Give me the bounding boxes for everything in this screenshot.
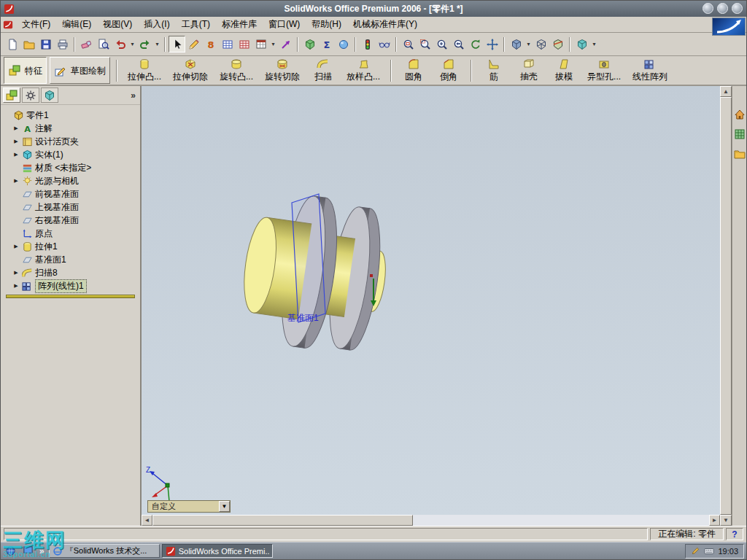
standard-views-dropdown-icon[interactable]: ▾ (590, 41, 598, 47)
revolved-boss-button[interactable]: 旋转凸... (215, 57, 258, 84)
hole-wizard-button[interactable]: 异型孔... (583, 57, 625, 84)
menu-item-9[interactable]: 机械标准件库(Y) (347, 16, 423, 33)
bom-table-button[interactable] (252, 36, 269, 52)
taskpane-tab-file-explorer[interactable] (733, 147, 746, 160)
scroll-left-icon[interactable]: ◄ (142, 515, 152, 526)
expand-arrow-icon[interactable]: ▶ (12, 244, 20, 249)
design-table-button[interactable] (236, 36, 252, 52)
view-orientation-button[interactable] (376, 36, 392, 52)
fillet-button[interactable]: 圆角 (398, 57, 430, 84)
extruded-boss-button[interactable]: 拉伸凸... (123, 57, 166, 84)
tree-item[interactable]: 原点 (2, 227, 139, 240)
expand-arrow-icon[interactable]: ▶ (12, 178, 20, 184)
rib-button[interactable]: 筋 (478, 57, 510, 84)
tree-item[interactable]: ▶光源与相机 (2, 174, 139, 187)
shell-button[interactable]: 抽壳 (513, 57, 545, 84)
equations-button[interactable]: Σ (318, 36, 335, 52)
loft-button[interactable]: 放样凸... (342, 57, 384, 84)
vscroll-thumb[interactable] (720, 97, 732, 515)
rotate-view-button[interactable] (467, 36, 484, 52)
tree-item[interactable]: ▶拉伸1 (2, 240, 139, 253)
tree-item[interactable]: 上视基准面 (2, 201, 139, 214)
zoom-previous-button[interactable] (450, 36, 467, 52)
expand-arrow-icon[interactable]: ▶ (12, 139, 20, 144)
bom-table-dropdown-icon[interactable]: ▾ (269, 41, 277, 47)
expand-arrow-icon[interactable]: ▶ (12, 270, 20, 276)
zoom-fit-button[interactable] (400, 36, 417, 52)
rollback-bar[interactable] (6, 295, 135, 298)
menu-item-8[interactable]: 帮助(H) (306, 16, 347, 33)
menu-item-6[interactable]: 标准件库 (216, 16, 263, 33)
menu-item-1[interactable]: 文件(F) (16, 16, 56, 33)
horizontal-scrollbar[interactable]: ◄ ► (141, 515, 720, 526)
extruded-cut-button[interactable]: 拉伸切除 (169, 57, 212, 84)
menu-item-5[interactable]: 工具(T) (176, 16, 216, 33)
menu-item-3[interactable]: 视图(V) (97, 16, 138, 33)
section-view-button[interactable] (549, 36, 566, 52)
smart-dimension-button[interactable]: 8 (202, 36, 219, 52)
tree-item[interactable]: ▶阵列(线性)1 (2, 279, 139, 292)
shaded-display-button[interactable] (508, 36, 525, 52)
scroll-up-icon[interactable]: ▲ (720, 86, 732, 97)
tab-property-manager[interactable] (22, 88, 39, 103)
grid-button[interactable] (219, 36, 236, 52)
curvature-button[interactable] (335, 36, 352, 52)
shaded-display-dropdown-icon[interactable]: ▾ (525, 41, 533, 47)
hscroll-thumb[interactable] (152, 515, 413, 526)
tree-item[interactable]: 基准面1 (2, 253, 139, 266)
print-button[interactable] (54, 36, 71, 52)
linear-pattern-button[interactable]: 线性阵列 (628, 57, 672, 84)
tree-item[interactable]: 材质 <未指定> (2, 161, 139, 174)
zoom-area-button[interactable] (417, 36, 433, 52)
expand-arrow-icon[interactable]: ▶ (12, 152, 20, 158)
expand-arrow-icon[interactable]: ▶ (12, 283, 20, 289)
standard-views-button[interactable] (573, 36, 590, 52)
menu-item-2[interactable]: 编辑(E) (56, 16, 97, 33)
scroll-down-icon[interactable]: ▼ (720, 515, 732, 526)
taskpane-tab-design-library[interactable] (733, 128, 746, 141)
undo-dropdown-icon[interactable]: ▾ (128, 41, 136, 47)
scroll-right-icon[interactable]: ► (709, 515, 720, 526)
undo-button[interactable] (112, 36, 128, 52)
minimize-button[interactable] (703, 3, 713, 14)
menu-item-7[interactable]: 窗口(W) (263, 16, 306, 33)
close-button[interactable] (732, 3, 743, 14)
expand-arrow-icon[interactable]: ▶ (12, 125, 20, 131)
redo-button[interactable] (136, 36, 153, 52)
taskbar-task-2[interactable]: SolidWorks Office Premi... (162, 544, 273, 558)
rebuild-button[interactable] (359, 36, 376, 52)
instant-3d-button[interactable] (277, 36, 294, 52)
draft-button[interactable]: 拔模 (548, 57, 580, 84)
quick-launch-desktop-icon[interactable] (20, 544, 35, 559)
redo-dropdown-icon[interactable]: ▾ (153, 41, 161, 47)
wireframe-display-button[interactable] (533, 36, 549, 52)
help-button[interactable]: ? (726, 528, 743, 540)
tray-keyboard-icon[interactable] (704, 546, 714, 556)
tree-item[interactable]: ▶实体(1) (2, 148, 139, 161)
tab-feature-manager[interactable] (3, 88, 20, 103)
tree-item[interactable]: 前视基准面 (2, 187, 139, 201)
view-orientation-combo[interactable]: 自定义 ▼ (147, 500, 231, 513)
vertical-scrollbar[interactable]: ▲ ▼ (720, 86, 732, 526)
taskpane-tab-solidworks-resources[interactable] (733, 108, 746, 121)
tree-item[interactable]: ▶A注解 (2, 122, 139, 135)
quick-launch-browser-icon[interactable] (3, 544, 18, 559)
tree-item[interactable]: ▶扫描8 (2, 266, 139, 279)
sweep-button[interactable]: 扫描 (307, 57, 339, 84)
delete-button[interactable] (78, 36, 95, 52)
select-button[interactable] (169, 36, 185, 52)
features-toggle-button[interactable]: 特征 (4, 57, 47, 84)
sketch-toggle-button[interactable]: 草图绘制 (50, 57, 110, 84)
tree-item[interactable]: ▶设计活页夹 (2, 135, 139, 148)
quick-launch-chevron[interactable]: » (38, 546, 46, 556)
maximize-button[interactable] (717, 3, 728, 14)
edit-component-button[interactable] (301, 36, 318, 52)
tree-item[interactable]: 右视基准面 (2, 214, 139, 227)
menu-item-4[interactable]: 插入(I) (138, 16, 175, 33)
chamfer-button[interactable]: 倒角 (433, 57, 465, 84)
taskbar-task-1[interactable]: 『SolidWorks 技术交... (49, 544, 160, 558)
revolved-cut-button[interactable]: 旋转切除 (260, 57, 304, 84)
print-preview-button[interactable] (95, 36, 112, 52)
open-button[interactable] (20, 36, 37, 52)
graphics-area[interactable]: 基准面1 Z 自定义 (141, 86, 720, 515)
